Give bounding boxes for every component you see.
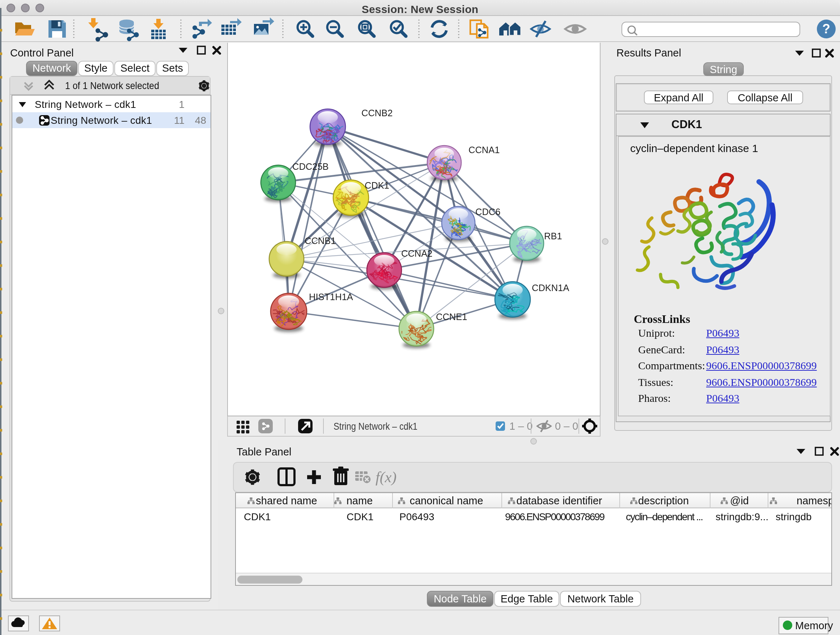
svg-text:@id: @id xyxy=(730,495,749,507)
svg-text:CCNB1: CCNB1 xyxy=(305,235,336,245)
svg-text:cyclin–dependent ...: cyclin–dependent ... xyxy=(626,511,703,523)
svg-text:9606.ENSP00000378699: 9606.ENSP00000378699 xyxy=(505,511,605,523)
svg-text:?: ? xyxy=(822,21,830,36)
svg-text:f(x): f(x) xyxy=(376,469,396,486)
svg-text:String Network – cdk1: String Network – cdk1 xyxy=(333,420,417,432)
svg-text:1 – 0: 1 – 0 xyxy=(509,420,533,432)
svg-text:CDK1: CDK1 xyxy=(347,511,374,523)
svg-text:0 – 0: 0 – 0 xyxy=(555,420,578,432)
svg-text:String Network – cdk1: String Network – cdk1 xyxy=(35,99,136,110)
svg-text:CCNA2: CCNA2 xyxy=(401,248,432,258)
svg-text:stringdb: stringdb xyxy=(775,511,812,523)
svg-text:RB1: RB1 xyxy=(544,231,562,241)
svg-text:CCNE1: CCNE1 xyxy=(436,311,467,321)
svg-text:name: name xyxy=(347,495,373,507)
svg-text:CDC6: CDC6 xyxy=(475,206,500,217)
svg-text:1: 1 xyxy=(179,99,185,110)
svg-text:48: 48 xyxy=(195,115,206,126)
svg-text:P06493: P06493 xyxy=(399,511,434,523)
svg-text:CCNA1: CCNA1 xyxy=(469,144,500,155)
svg-text:11: 11 xyxy=(174,115,185,126)
svg-text:CDC25B: CDC25B xyxy=(292,161,329,171)
svg-text:HIST1H1A: HIST1H1A xyxy=(309,291,353,302)
svg-text:database identifier: database identifier xyxy=(516,495,602,507)
svg-text:description: description xyxy=(638,495,689,507)
svg-text:CDK1: CDK1 xyxy=(365,180,389,190)
svg-text:1 of 1 Network selected: 1 of 1 Network selected xyxy=(65,80,159,91)
svg-text:String Network – cdk1: String Network – cdk1 xyxy=(51,115,152,126)
svg-text:shared name: shared name xyxy=(256,495,317,507)
svg-text:stringdb:9...: stringdb:9... xyxy=(715,511,768,523)
svg-text:canonical name: canonical name xyxy=(409,495,483,507)
svg-text:namespace: namespace xyxy=(797,495,831,507)
svg-text:CCNB2: CCNB2 xyxy=(362,108,393,118)
svg-text:CDKN1A: CDKN1A xyxy=(532,282,569,293)
svg-text:CDK1: CDK1 xyxy=(244,511,271,523)
